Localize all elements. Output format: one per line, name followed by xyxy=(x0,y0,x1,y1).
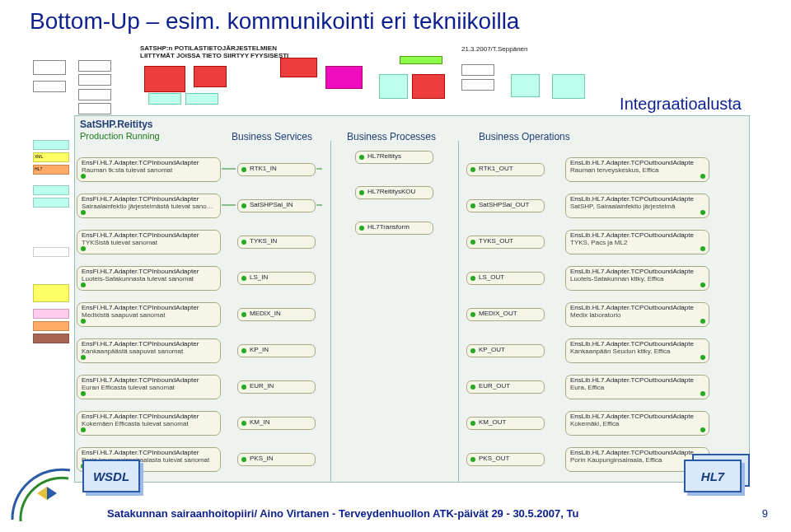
out-node[interactable]: PKS_OUT xyxy=(466,453,545,466)
outbound-adapter[interactable]: EnsLib.HL7.Adapter.TCPOutboundAdapte Rau… xyxy=(565,157,709,182)
out-node[interactable]: MEDIX_OUT xyxy=(466,308,545,321)
panel-title: SatSHP.Reititys xyxy=(80,119,152,130)
in-node[interactable]: KP_IN xyxy=(237,344,316,357)
node-label: EUR_OUT xyxy=(479,382,510,390)
adapter-type: EnsFi.HL7.Adapter.TCPInboundAdapter xyxy=(82,268,216,276)
in-node[interactable]: LS_IN xyxy=(237,272,316,285)
adapter-type: EnsFi.HL7.Adapter.TCPInboundAdapter xyxy=(82,450,216,457)
process-node[interactable]: HL7Reititys xyxy=(355,151,433,164)
left-strip xyxy=(33,284,69,302)
adapter-type: EnsFi.HL7.Adapter.TCPInboundAdapter xyxy=(82,232,216,240)
adapter-desc: Eura, Effica xyxy=(570,385,704,392)
node-label: EUR_IN xyxy=(250,382,274,390)
adapter-desc: Rauman terveyskeskus, Effica xyxy=(570,167,704,175)
left-strip xyxy=(33,321,69,331)
status-dot xyxy=(81,427,86,432)
adapter-desc: Euran Efficasta tulevat sanomat xyxy=(82,385,216,392)
left-strip xyxy=(33,334,69,343)
outbound-adapter[interactable]: EnsLib.HL7.Adapter.TCPOutboundAdapteTYKS… xyxy=(565,230,709,254)
adapter-desc: Kankaanpään Seudun kttky, Effica xyxy=(570,348,704,356)
node-label: LS_OUT xyxy=(479,273,504,281)
process-node[interactable]: HL7Transform xyxy=(355,222,433,235)
node-label: TYKS_OUT xyxy=(479,237,513,245)
process-node[interactable]: HL7ReititysKOU xyxy=(355,186,433,199)
integration-platform-label: Integraatioalusta xyxy=(620,95,742,114)
inbound-adapter[interactable]: EnsFi.HL7.Adapter.TCPInboundAdapterMedix… xyxy=(77,302,221,327)
outbound-adapter[interactable]: EnsLib.HL7.Adapter.TCPOutboundAdapteLuot… xyxy=(565,266,709,291)
adapter-desc: Medixistä saapuvat sanomat xyxy=(82,312,216,320)
out-node[interactable]: RTK1_OUT xyxy=(466,163,545,176)
inbound-adapter[interactable]: EnsFi.HL7.Adapter.TCPInboundAdapterSaira… xyxy=(77,194,221,218)
adapter-desc: Medix laboratorio xyxy=(570,312,704,320)
left-strip xyxy=(33,140,69,150)
out-node[interactable]: SatSHPSai_OUT xyxy=(466,199,545,212)
node-label: PKS_OUT xyxy=(479,455,509,462)
adapter-type: EnsFi.HL7.Adapter.TCPInboundAdapter xyxy=(82,160,216,167)
page-number: 9 xyxy=(762,507,768,520)
in-node[interactable]: KM_IN xyxy=(237,417,316,430)
status-dot xyxy=(81,246,86,251)
left-strip xyxy=(33,309,69,319)
in-node[interactable]: MEDIX_IN xyxy=(237,308,316,321)
out-node[interactable]: KM_OUT xyxy=(466,417,545,430)
adapter-type: EnsFi.HL7.Adapter.TCPInboundAdapter xyxy=(82,196,216,203)
inbound-adapter[interactable]: EnsFi.HL7.Adapter.TCPInboundAdapterTYKSi… xyxy=(77,230,221,254)
node-label: HL7ReititysKOU xyxy=(367,188,415,195)
left-strip xyxy=(33,185,69,195)
node-label: SatSHPSai_IN xyxy=(250,201,293,208)
node-label: KM_IN xyxy=(250,418,269,426)
node-label: HL7Transform xyxy=(367,223,410,231)
integration-panel: SatSHP.Reititys Production Running Busin… xyxy=(74,115,750,483)
node-label: TYKS_IN xyxy=(250,237,277,245)
left-strip xyxy=(33,198,69,208)
outbound-adapter[interactable]: EnsLib.HL7.Adapter.TCPOutboundAdapteKank… xyxy=(565,338,709,363)
adapter-type: EnsLib.HL7.Adapter.TCPOutboundAdapte xyxy=(570,450,704,457)
out-node[interactable]: KP_OUT xyxy=(466,344,545,357)
node-label: MEDIX_OUT xyxy=(479,310,517,317)
wsdl-badge: WSDL xyxy=(82,460,140,492)
outbound-adapter[interactable]: EnsLib.HL7.Adapter.TCPOutboundAdapteEura… xyxy=(565,375,709,399)
adapter-desc: Kankaanpäästä saapuvat sanomat xyxy=(82,348,216,356)
inbound-adapter[interactable]: EnsFi.HL7.Adapter.TCPInboundAdapterEuran… xyxy=(77,375,221,399)
node-label: KM_OUT xyxy=(479,418,506,426)
status-dot xyxy=(81,355,86,360)
outbound-adapter[interactable]: EnsLib.HL7.Adapter.TCPOutboundAdapteMedi… xyxy=(565,302,709,327)
node-label: KP_IN xyxy=(250,346,269,353)
status-dot xyxy=(81,210,86,215)
out-node[interactable]: TYKS_OUT xyxy=(466,236,545,249)
adapter-desc: TYKS, Pacs ja ML2 xyxy=(570,240,704,247)
status-dot xyxy=(700,282,705,287)
in-node[interactable]: TYKS_IN xyxy=(237,236,316,249)
node-label: RTK1_IN xyxy=(250,165,277,172)
inbound-adapter[interactable]: EnsFi.HL7.Adapter.TCPInboundAdapterKanka… xyxy=(77,338,221,363)
outbound-adapter[interactable]: EnsLib.HL7.Adapter.TCPOutboundAdapteSatS… xyxy=(565,194,709,218)
in-node[interactable]: PKS_IN xyxy=(237,453,316,466)
status-dot xyxy=(700,174,705,179)
adapter-desc: Rauman tk:sta tulevat sanomat xyxy=(82,167,216,175)
inbound-adapter[interactable]: EnsFi.HL7.Adapter.TCPInboundAdapterKokem… xyxy=(77,411,221,436)
status-dot xyxy=(700,319,705,324)
node-label: MEDIX_IN xyxy=(250,310,281,317)
node-label: KP_OUT xyxy=(479,346,505,353)
left-strip xyxy=(33,247,69,257)
inbound-adapter[interactable]: EnsFi.HL7.Adapter.TCPInboundAdapterLuote… xyxy=(77,266,221,291)
node-label: HL7Reititys xyxy=(367,152,401,160)
col-processes: Business Processes xyxy=(347,131,436,142)
left-strip-hl7: HL7 xyxy=(33,165,69,175)
inbound-adapter[interactable]: EnsFi.HL7.Adapter.TCPInboundAdapter Raum… xyxy=(77,157,221,182)
adapter-desc: TYKSistä tulevat sanomat xyxy=(82,240,216,247)
node-label: LS_IN xyxy=(250,273,268,281)
node-label: PKS_IN xyxy=(250,455,273,462)
out-node[interactable]: EUR_OUT xyxy=(466,380,545,394)
adapter-type: EnsLib.HL7.Adapter.TCPOutboundAdapte xyxy=(570,341,704,348)
in-node[interactable]: SatSHPSai_IN xyxy=(237,199,316,212)
adapter-type: EnsLib.HL7.Adapter.TCPOutboundAdapte xyxy=(570,160,704,167)
svg-marker-0 xyxy=(37,487,47,500)
in-node[interactable]: EUR_IN xyxy=(237,380,316,394)
out-node[interactable]: LS_OUT xyxy=(466,272,545,285)
outbound-adapter[interactable]: EnsLib.HL7.Adapter.TCPOutboundAdapteKoke… xyxy=(565,411,709,436)
hl7-badge: HL7 xyxy=(684,460,742,492)
in-node[interactable]: RTK1_IN xyxy=(237,163,316,176)
subheader-line1: SATSHP:n POTILASTIETOJÄRJESTELMIEN xyxy=(140,44,277,52)
adapter-desc: Sairaalainfektio järjestelmästä tulevat … xyxy=(82,203,216,211)
